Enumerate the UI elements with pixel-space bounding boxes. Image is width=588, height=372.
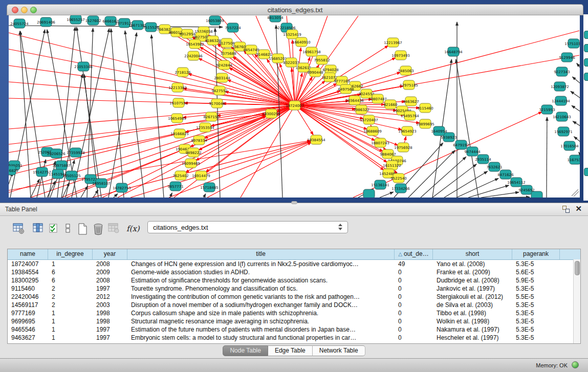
graph-node[interactable]: 9129946 — [559, 53, 575, 62]
graph-node[interactable]: 8813054 — [267, 15, 284, 22]
graph-node[interactable]: 9227343 — [554, 67, 570, 76]
cell-short[interactable]: Wolkin et al. (1998) — [433, 317, 512, 325]
cell-in_degree[interactable]: 1 — [48, 317, 93, 325]
table-row[interactable]: 1938455462009Genome-wide association stu… — [8, 268, 580, 276]
graph-node[interactable]: 6479197 — [453, 140, 469, 149]
cell-year[interactable]: 2009 — [93, 268, 127, 276]
graph-node[interactable]: 9427552 — [211, 86, 227, 95]
citation-network-graph[interactable]: 1872400724055724206914061065525715276026… — [9, 15, 580, 198]
graph-node[interactable]: 10655257 — [67, 15, 85, 24]
graph-node[interactable]: 19756928 — [394, 143, 412, 152]
panel-divider-grip[interactable] — [291, 201, 297, 204]
graph-node[interactable]: 3215953 — [539, 105, 555, 114]
cell-title[interactable]: Estimation of significance thresholds fo… — [127, 276, 395, 285]
graph-node[interactable]: 12975185 — [400, 80, 418, 90]
cell-out_de[interactable]: 0 — [395, 309, 433, 317]
citation-edge-black[interactable] — [114, 194, 118, 198]
graph-node[interactable]: 8267150 — [203, 112, 219, 121]
cell-short[interactable]: Franke et al. (2009) — [433, 268, 512, 276]
cell-title[interactable]: Corpus callosum shape and size in male p… — [127, 309, 395, 317]
citation-edge-black[interactable] — [468, 185, 509, 198]
graph-node[interactable]: 3375688 — [220, 49, 236, 58]
graph-node[interactable]: 21053346 — [74, 62, 93, 71]
cell-title[interactable]: Genome-wide association studies in ADHD. — [127, 268, 395, 276]
tab-node-table[interactable]: Node Table — [223, 345, 268, 356]
cell-pagerank[interactable]: 5.3E-5 — [512, 301, 560, 309]
graph-node[interactable]: 17016504 — [560, 141, 579, 150]
graph-node[interactable]: 2803144 — [214, 73, 230, 82]
citation-edge-black[interactable] — [547, 117, 547, 198]
cell-pagerank[interactable]: 5.6E-5 — [512, 268, 560, 276]
delete-rows-icon[interactable] — [93, 223, 105, 235]
cell-out_de[interactable]: 0 — [395, 276, 433, 285]
column-header-year[interactable]: year — [93, 249, 127, 259]
cell-pagerank[interactable]: 5.3E-5 — [512, 285, 560, 293]
graph-node[interactable]: 17334266 — [391, 184, 410, 193]
graph-node[interactable]: 10654985 — [168, 114, 186, 123]
cell-pagerank[interactable]: 5.3E-5 — [512, 334, 560, 342]
graph-node[interactable]: 12213967 — [384, 38, 402, 47]
cell-title[interactable]: Investigating the contribution of common… — [127, 293, 395, 301]
cell-name[interactable]: 9115460 — [8, 285, 48, 293]
cell-name[interactable]: 9777169 — [8, 309, 48, 317]
graph-node[interactable]: 19166825 — [170, 129, 189, 138]
graph-node[interactable]: 6497568 — [338, 84, 354, 94]
cell-pagerank[interactable]: 5.3E-5 — [512, 325, 560, 334]
cell-short[interactable]: Tibbo et al. (1998) — [433, 309, 512, 317]
table-scrollbar[interactable] — [573, 259, 580, 343]
column-header-out_de[interactable]: △out_de… — [395, 249, 433, 259]
table-row[interactable]: 946554611997Estimation of the future num… — [8, 325, 580, 334]
cell-title[interactable]: Embryonic stem cells: a model to study s… — [127, 334, 395, 342]
cell-title[interactable]: Estimation of the future numbers of pati… — [127, 325, 395, 334]
cell-out_de[interactable]: 0 — [395, 285, 433, 293]
graph-node[interactable]: 16099469 — [182, 159, 200, 168]
graph-node[interactable]: 7632621 — [486, 162, 502, 171]
citation-edge-black[interactable] — [108, 33, 137, 198]
table-row[interactable]: 946362711997Embryonic stem cells: a mode… — [8, 334, 580, 342]
graph-node[interactable]: 9463627 — [403, 97, 419, 106]
cell-out_de[interactable]: 0 — [395, 268, 433, 276]
graph-node[interactable]: 16210643 — [553, 112, 571, 121]
cell-name[interactable]: 18724007 — [8, 260, 48, 268]
citation-edge-black[interactable] — [481, 192, 519, 198]
cell-pagerank[interactable]: 5.9E-5 — [512, 276, 560, 285]
graph-node[interactable] — [531, 191, 542, 198]
cell-out_de[interactable]: 0 — [395, 317, 433, 325]
citation-edge-black[interactable] — [572, 105, 580, 114]
column-header-in_degree[interactable]: in_degree — [48, 249, 93, 259]
table-row[interactable]: 1872400712008Changes of HCN gene express… — [8, 260, 580, 268]
cell-year[interactable]: 1997 — [93, 325, 127, 334]
cell-out_de[interactable]: 0 — [395, 334, 433, 342]
graph-node[interactable]: 821660 — [384, 100, 398, 109]
graph-node[interactable]: 16107552 — [169, 98, 188, 107]
cell-title[interactable]: Changes of HCN gene expression and I(f) … — [127, 260, 395, 268]
close-panel-button[interactable]: ✕ — [575, 204, 582, 213]
graph-node[interactable]: 12213382 — [168, 83, 187, 92]
cell-short[interactable]: Jankovic et al. (1997) — [433, 285, 512, 293]
cell-name[interactable]: 14569117 — [8, 301, 48, 309]
citation-edge-black[interactable] — [9, 172, 12, 198]
citation-edge-black[interactable] — [380, 192, 394, 198]
network-window-titlebar[interactable]: citations_edges.txt — [7, 4, 583, 15]
table-row[interactable]: 969969511998Structural magnetic resonanc… — [8, 317, 580, 325]
cell-year[interactable]: 2008 — [93, 276, 127, 285]
cell-short[interactable]: Dudbridge et al. (2008) — [433, 276, 512, 285]
cell-pagerank[interactable]: 5.5E-5 — [512, 293, 560, 301]
graph-node[interactable]: 19654923 — [398, 126, 417, 136]
graph-node[interactable]: 8990448 — [307, 68, 323, 77]
cell-in_degree[interactable]: 1 — [48, 309, 93, 317]
citation-edge-black[interactable] — [77, 27, 101, 198]
graph-node[interactable]: 18807243 — [371, 138, 389, 147]
graph-node[interactable]: 9170046 — [209, 99, 225, 108]
network-view-canvas[interactable]: 1872400724055724206914061065525715276026… — [9, 15, 580, 198]
graph-node[interactable]: 10688609 — [363, 126, 382, 136]
table-row[interactable]: 911546021997Tourette syndrome. Phenomeno… — [8, 285, 580, 293]
canvas-resize-grip[interactable] — [572, 189, 579, 196]
cell-name[interactable]: 9699695 — [8, 317, 48, 325]
cell-title[interactable]: Structural magnetic resonance image aver… — [127, 317, 395, 325]
graph-node[interactable]: 7557224 — [225, 23, 241, 32]
cell-in_degree[interactable]: 2 — [48, 301, 93, 309]
scrollbar-thumb[interactable] — [575, 261, 580, 275]
cell-pagerank[interactable]: 5.3E-5 — [512, 317, 560, 325]
graph-node[interactable]: 9522540 — [390, 173, 406, 183]
